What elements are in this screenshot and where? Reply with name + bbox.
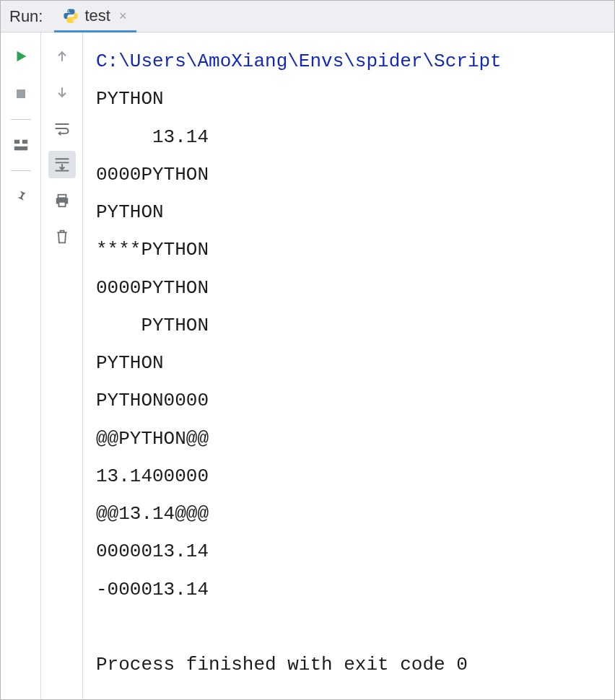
python-file-icon [63,8,79,24]
pin-button[interactable] [7,183,35,210]
left-gutter [1,32,41,699]
right-gutter [41,32,83,699]
run-tool-header: Run: test × [1,1,614,32]
svg-rect-4 [22,140,27,144]
svg-point-1 [73,19,74,21]
command-line: C:\Users\AmoXiang\Envs\spider\Script [96,51,502,72]
output-line: 0000PYTHON [96,277,209,299]
output-line: PYTHON [96,352,164,374]
down-button[interactable] [48,79,76,106]
svg-rect-3 [14,140,19,144]
run-label: Run: [1,7,54,26]
output-line: PYTHON [96,315,209,336]
output-line: PYTHON [96,201,164,223]
layout-button[interactable] [7,131,35,159]
svg-rect-2 [17,89,25,98]
separator [11,119,31,120]
output-line: @@13.14@@@ [96,503,209,525]
print-button[interactable] [48,187,76,214]
output-line: -000013.14 [96,579,209,600]
tab-title: test [84,6,110,25]
svg-rect-8 [58,202,65,206]
up-button[interactable] [48,43,76,70]
output-line: ****PYTHON [96,239,209,261]
output-line: 0000PYTHON [96,164,209,185]
stop-button[interactable] [7,80,35,108]
run-tool-body: C:\Users\AmoXiang\Envs\spider\Script PYT… [1,32,614,699]
run-config-tab[interactable]: test × [54,1,136,32]
output-line: PYTHON [96,88,164,110]
scroll-to-end-button[interactable] [48,151,76,178]
output-line: 0000013.14 [96,541,209,562]
output-line: PYTHON0000 [96,390,209,411]
output-line: 13.1400000 [96,465,209,487]
console-output[interactable]: C:\Users\AmoXiang\Envs\spider\Script PYT… [83,32,614,699]
rerun-button[interactable] [7,43,35,70]
output-line: 13.14 [96,126,209,148]
svg-rect-6 [58,195,66,198]
svg-point-0 [68,10,69,12]
exit-line: Process finished with exit code 0 [96,654,468,675]
close-tab-button[interactable]: × [116,9,127,22]
svg-rect-5 [14,146,27,151]
separator [11,170,31,171]
output-line: @@PYTHON@@ [96,428,209,450]
soft-wrap-button[interactable] [48,115,76,142]
clear-all-button[interactable] [48,223,76,250]
